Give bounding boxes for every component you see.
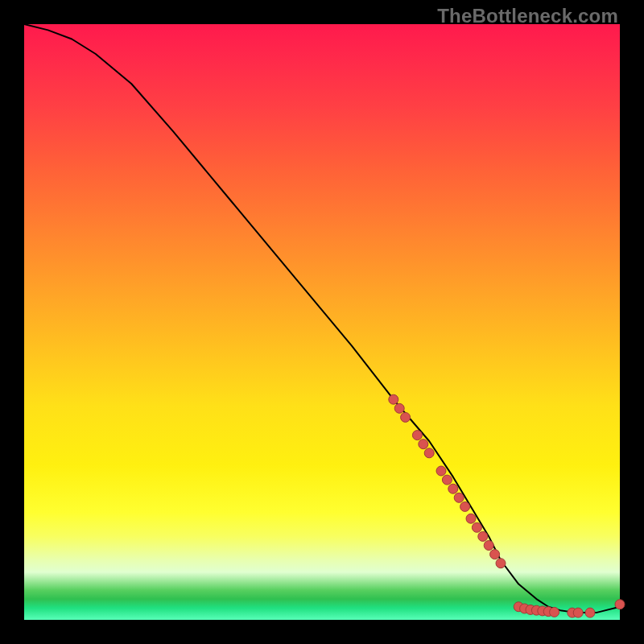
data-point xyxy=(472,522,481,532)
data-point xyxy=(484,541,493,551)
data-point xyxy=(550,607,559,617)
data-point xyxy=(412,431,422,440)
data-point xyxy=(424,448,434,458)
chart-svg xyxy=(24,24,620,620)
data-point xyxy=(448,484,458,493)
data-point xyxy=(419,440,428,449)
data-point xyxy=(478,531,488,541)
data-point xyxy=(436,466,446,476)
data-point xyxy=(585,608,595,617)
plot-area xyxy=(24,24,620,620)
data-point xyxy=(454,493,464,502)
data-points xyxy=(389,394,625,617)
data-point xyxy=(615,600,625,609)
chart-frame: TheBottleneck.com xyxy=(0,0,644,644)
data-point xyxy=(389,394,398,404)
data-point xyxy=(490,550,500,559)
data-point xyxy=(442,475,452,485)
curve-line xyxy=(24,24,620,613)
data-point xyxy=(573,608,583,617)
data-point xyxy=(394,403,404,413)
data-point xyxy=(401,412,411,422)
data-point xyxy=(460,502,470,511)
data-point xyxy=(496,559,506,568)
data-point xyxy=(466,514,476,523)
